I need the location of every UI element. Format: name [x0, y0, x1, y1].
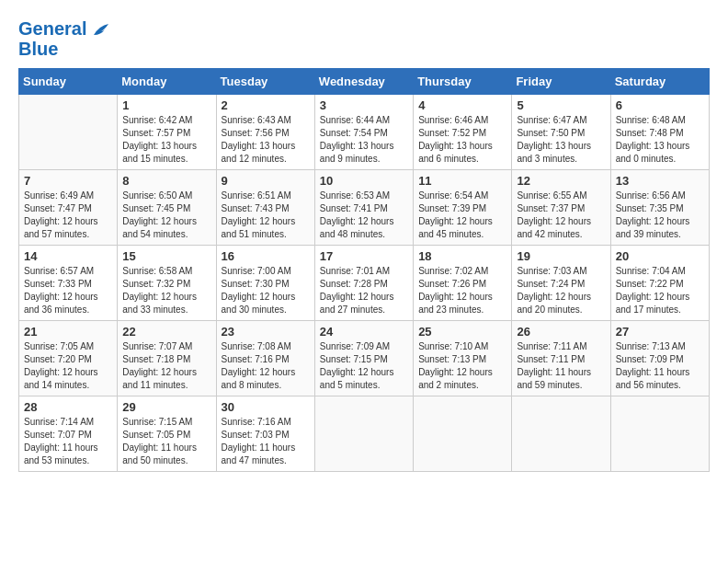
calendar-table: SundayMondayTuesdayWednesdayThursdayFrid…	[18, 68, 710, 472]
day-info: Sunrise: 6:51 AM Sunset: 7:43 PM Dayligh…	[222, 190, 310, 241]
day-number: 25	[418, 325, 506, 339]
day-info: Sunrise: 6:56 AM Sunset: 7:35 PM Dayligh…	[616, 190, 704, 241]
calendar-cell	[610, 396, 709, 472]
logo-bird-icon	[92, 22, 110, 39]
logo-blue: Blue	[18, 39, 110, 59]
calendar-cell: 30Sunrise: 7:16 AM Sunset: 7:03 PM Dayli…	[216, 396, 314, 472]
calendar-cell: 12Sunrise: 6:55 AM Sunset: 7:37 PM Dayli…	[512, 170, 610, 246]
day-info: Sunrise: 6:42 AM Sunset: 7:57 PM Dayligh…	[122, 114, 210, 166]
day-number: 16	[222, 249, 310, 263]
day-info: Sunrise: 6:50 AM Sunset: 7:45 PM Dayligh…	[122, 190, 210, 241]
day-number: 9	[222, 174, 310, 188]
day-number: 23	[222, 325, 310, 339]
weekday-header-friday: Friday	[512, 69, 610, 95]
day-number: 22	[122, 325, 210, 339]
day-info: Sunrise: 7:01 AM Sunset: 7:28 PM Dayligh…	[320, 265, 408, 316]
day-number: 20	[616, 249, 704, 263]
calendar-cell: 28Sunrise: 7:14 AM Sunset: 7:07 PM Dayli…	[19, 396, 118, 472]
calendar-cell: 29Sunrise: 7:15 AM Sunset: 7:05 PM Dayli…	[118, 396, 216, 472]
calendar-cell	[512, 396, 610, 472]
day-info: Sunrise: 7:15 AM Sunset: 7:05 PM Dayligh…	[122, 416, 210, 467]
calendar-cell: 17Sunrise: 7:01 AM Sunset: 7:28 PM Dayli…	[314, 246, 413, 321]
logo-general: General	[18, 18, 86, 39]
week-row-2: 7Sunrise: 6:49 AM Sunset: 7:47 PM Daylig…	[19, 170, 710, 246]
day-number: 5	[517, 98, 605, 112]
day-info: Sunrise: 6:47 AM Sunset: 7:50 PM Dayligh…	[517, 114, 605, 166]
calendar-cell	[314, 396, 413, 472]
calendar-cell: 5Sunrise: 6:47 AM Sunset: 7:50 PM Daylig…	[512, 95, 610, 170]
calendar-cell: 24Sunrise: 7:09 AM Sunset: 7:15 PM Dayli…	[314, 321, 413, 396]
calendar-cell	[414, 396, 512, 472]
day-info: Sunrise: 7:09 AM Sunset: 7:15 PM Dayligh…	[320, 340, 408, 392]
weekday-header-wednesday: Wednesday	[314, 69, 413, 95]
calendar-cell: 10Sunrise: 6:53 AM Sunset: 7:41 PM Dayli…	[314, 170, 413, 246]
weekday-header-saturday: Saturday	[610, 69, 709, 95]
day-number: 12	[517, 174, 605, 188]
calendar-cell: 11Sunrise: 6:54 AM Sunset: 7:39 PM Dayli…	[414, 170, 512, 246]
day-number: 11	[418, 174, 506, 188]
week-row-5: 28Sunrise: 7:14 AM Sunset: 7:07 PM Dayli…	[19, 396, 710, 472]
day-info: Sunrise: 7:10 AM Sunset: 7:13 PM Dayligh…	[418, 340, 506, 392]
day-number: 28	[24, 400, 112, 414]
calendar-cell: 15Sunrise: 6:58 AM Sunset: 7:32 PM Dayli…	[118, 246, 216, 321]
calendar-cell: 26Sunrise: 7:11 AM Sunset: 7:11 PM Dayli…	[512, 321, 610, 396]
day-number: 14	[24, 249, 112, 263]
day-info: Sunrise: 6:48 AM Sunset: 7:48 PM Dayligh…	[616, 114, 704, 166]
day-info: Sunrise: 6:43 AM Sunset: 7:56 PM Dayligh…	[222, 114, 310, 166]
day-number: 27	[616, 325, 704, 339]
day-info: Sunrise: 7:03 AM Sunset: 7:24 PM Dayligh…	[517, 265, 605, 316]
day-number: 7	[24, 174, 112, 188]
calendar-cell	[19, 95, 118, 170]
day-number: 13	[616, 174, 704, 188]
week-row-3: 14Sunrise: 6:57 AM Sunset: 7:33 PM Dayli…	[19, 246, 710, 321]
day-number: 6	[616, 98, 704, 112]
day-info: Sunrise: 7:00 AM Sunset: 7:30 PM Dayligh…	[222, 265, 310, 316]
day-info: Sunrise: 7:16 AM Sunset: 7:03 PM Dayligh…	[222, 416, 310, 467]
calendar-cell: 18Sunrise: 7:02 AM Sunset: 7:26 PM Dayli…	[414, 246, 512, 321]
calendar-cell: 3Sunrise: 6:44 AM Sunset: 7:54 PM Daylig…	[314, 95, 413, 170]
day-info: Sunrise: 6:55 AM Sunset: 7:37 PM Dayligh…	[517, 190, 605, 241]
day-number: 15	[122, 249, 210, 263]
day-number: 1	[122, 98, 210, 112]
calendar-cell: 1Sunrise: 6:42 AM Sunset: 7:57 PM Daylig…	[118, 95, 216, 170]
calendar-cell: 23Sunrise: 7:08 AM Sunset: 7:16 PM Dayli…	[216, 321, 314, 396]
day-info: Sunrise: 7:04 AM Sunset: 7:22 PM Dayligh…	[616, 265, 704, 316]
day-info: Sunrise: 7:13 AM Sunset: 7:09 PM Dayligh…	[616, 340, 704, 392]
calendar-cell: 7Sunrise: 6:49 AM Sunset: 7:47 PM Daylig…	[19, 170, 118, 246]
weekday-header-monday: Monday	[118, 69, 216, 95]
weekday-header-tuesday: Tuesday	[216, 69, 314, 95]
day-info: Sunrise: 6:58 AM Sunset: 7:32 PM Dayligh…	[122, 265, 210, 316]
calendar-cell: 6Sunrise: 6:48 AM Sunset: 7:48 PM Daylig…	[610, 95, 709, 170]
day-info: Sunrise: 7:08 AM Sunset: 7:16 PM Dayligh…	[222, 340, 310, 392]
calendar-cell: 20Sunrise: 7:04 AM Sunset: 7:22 PM Dayli…	[610, 246, 709, 321]
weekday-header-sunday: Sunday	[19, 69, 118, 95]
day-info: Sunrise: 6:46 AM Sunset: 7:52 PM Dayligh…	[418, 114, 506, 166]
day-info: Sunrise: 7:11 AM Sunset: 7:11 PM Dayligh…	[517, 340, 605, 392]
day-number: 24	[320, 325, 408, 339]
calendar-cell: 22Sunrise: 7:07 AM Sunset: 7:18 PM Dayli…	[118, 321, 216, 396]
calendar-cell: 4Sunrise: 6:46 AM Sunset: 7:52 PM Daylig…	[414, 95, 512, 170]
calendar-cell: 13Sunrise: 6:56 AM Sunset: 7:35 PM Dayli…	[610, 170, 709, 246]
day-info: Sunrise: 6:53 AM Sunset: 7:41 PM Dayligh…	[320, 190, 408, 241]
day-info: Sunrise: 6:49 AM Sunset: 7:47 PM Dayligh…	[24, 190, 112, 241]
logo: General Blue	[18, 18, 110, 59]
day-number: 26	[517, 325, 605, 339]
day-number: 29	[122, 400, 210, 414]
calendar-cell: 14Sunrise: 6:57 AM Sunset: 7:33 PM Dayli…	[19, 246, 118, 321]
week-row-4: 21Sunrise: 7:05 AM Sunset: 7:20 PM Dayli…	[19, 321, 710, 396]
day-number: 3	[320, 98, 408, 112]
day-number: 4	[418, 98, 506, 112]
calendar-cell: 25Sunrise: 7:10 AM Sunset: 7:13 PM Dayli…	[414, 321, 512, 396]
day-number: 17	[320, 249, 408, 263]
day-number: 21	[24, 325, 112, 339]
day-number: 10	[320, 174, 408, 188]
day-number: 8	[122, 174, 210, 188]
calendar-cell: 21Sunrise: 7:05 AM Sunset: 7:20 PM Dayli…	[19, 321, 118, 396]
calendar-cell: 19Sunrise: 7:03 AM Sunset: 7:24 PM Dayli…	[512, 246, 610, 321]
day-info: Sunrise: 6:44 AM Sunset: 7:54 PM Dayligh…	[320, 114, 408, 166]
day-info: Sunrise: 7:07 AM Sunset: 7:18 PM Dayligh…	[122, 340, 210, 392]
day-info: Sunrise: 7:02 AM Sunset: 7:26 PM Dayligh…	[418, 265, 506, 316]
day-number: 19	[517, 249, 605, 263]
day-info: Sunrise: 6:54 AM Sunset: 7:39 PM Dayligh…	[418, 190, 506, 241]
day-info: Sunrise: 7:14 AM Sunset: 7:07 PM Dayligh…	[24, 416, 112, 467]
